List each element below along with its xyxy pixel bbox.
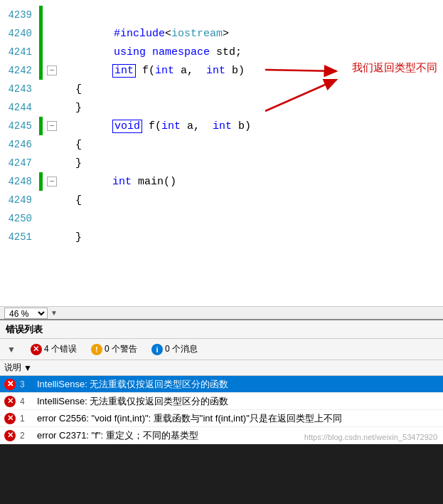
column-sort-icon: ▼ [23, 363, 32, 373]
green-bar [39, 172, 43, 191]
error-list-section: 错误列表 ▼ ✕ 4 个错误 ! 0 个警告 i 0 个消息 说明 ▼ ✕ 3 [0, 319, 443, 444]
table-row: 4248 − int main() [0, 172, 443, 191]
green-bar [39, 61, 43, 80]
keyword-int: int [112, 176, 132, 188]
message-count-label: 0 个消息 [165, 343, 198, 355]
line-number: 4251 [0, 231, 39, 243]
line-number: 4250 [0, 213, 39, 224]
error-list-title: 错误列表 [6, 323, 43, 336]
filter-button[interactable]: ▼ [4, 343, 21, 356]
column-desc-label: 说明 [4, 362, 21, 374]
code-content: { [47, 139, 82, 151]
table-row: 4246 { [0, 135, 443, 154]
table-row: 4242 − int f(int a, int b) [0, 61, 443, 80]
line-number: 4246 [0, 139, 39, 150]
list-item[interactable]: ✕ 3 IntelliSense: 无法重载仅按返回类型区分的函数 [0, 376, 443, 393]
green-bar [39, 6, 43, 24]
collapse-icon[interactable]: − [47, 121, 57, 131]
error-count-label: 4 个错误 [44, 343, 77, 355]
error-row-icon: ✕ [4, 430, 16, 441]
row-number: 4 [20, 397, 34, 406]
kw-int: int [213, 120, 232, 132]
line-number: 4244 [0, 102, 39, 113]
error-row-icon: ✕ [4, 379, 16, 390]
error-row-icon: ✕ [4, 396, 16, 407]
column-header: 说明 ▼ [0, 360, 443, 376]
keyword-int-boxed: int [112, 64, 136, 78]
line-number: 4245 [0, 120, 39, 132]
line-number: 4242 [0, 65, 39, 76]
error-icon: ✕ [31, 344, 42, 355]
zoom-select[interactable]: 46 % 50 % 75 % 100 % [4, 308, 48, 319]
collapse-icon[interactable]: − [47, 177, 57, 187]
table-row: 4250 [0, 209, 443, 228]
code-lines: 4239 4240 #include<iostream> 4241 using … [0, 0, 443, 246]
line-number: 4249 [0, 194, 39, 206]
row-message: IntelliSense: 无法重载仅按返回类型区分的函数 [37, 395, 228, 408]
kw-int: int [161, 120, 181, 132]
green-bar-empty [39, 135, 43, 154]
row-message: error C2556: "void f(int,int)": 重载函数与"in… [37, 412, 342, 425]
dropdown-arrow-icon: ▼ [50, 309, 58, 317]
line-number: 4239 [0, 9, 39, 21]
kw-int: int [155, 65, 174, 77]
table-row: 4249 { [0, 191, 443, 209]
list-item[interactable]: ✕ 1 error C2556: "void f(int,int)": 重载函数… [0, 410, 443, 427]
code-content: { [47, 194, 82, 206]
filter-icon: ▼ [7, 345, 16, 355]
line-number: 4243 [0, 83, 39, 95]
code-editor: 4239 4240 #include<iostream> 4241 using … [0, 0, 443, 306]
list-item[interactable]: ✕ 4 IntelliSense: 无法重载仅按返回类型区分的函数 [0, 393, 443, 410]
error-list-header: 错误列表 [0, 319, 443, 339]
green-bar-empty [39, 209, 43, 228]
keyword-void-boxed: void [112, 120, 142, 133]
line-number: 4248 [0, 176, 39, 187]
green-bar [39, 43, 43, 61]
watermark: https://blog.csdn.net/weixin_53472920 [304, 433, 437, 441]
table-row: 4243 { [0, 80, 443, 98]
code-content: } [47, 231, 82, 243]
line-number: 4241 [0, 46, 39, 58]
code-content: { [47, 83, 82, 95]
column-description[interactable]: 说明 ▼ [4, 362, 32, 374]
green-bar [39, 117, 43, 135]
green-bar-empty [39, 191, 43, 209]
warning-count-label: 0 个警告 [105, 343, 137, 355]
table-row: 4245 − void f(int a, int b) [0, 117, 443, 135]
green-bar-empty [39, 154, 43, 172]
message-count-badge[interactable]: i 0 个消息 [147, 341, 202, 357]
collapse-icon[interactable]: − [47, 65, 57, 75]
green-bar-empty [39, 228, 43, 246]
line-number: 4240 [0, 28, 39, 39]
row-message: error C2371: "f": 重定义；不同的基类型 [37, 429, 198, 442]
green-bar [39, 24, 43, 43]
scrollbar-area: 46 % 50 % 75 % 100 % ▼ [0, 306, 443, 319]
row-message: IntelliSense: 无法重载仅按返回类型区分的函数 [37, 378, 228, 391]
kw-int: int [206, 65, 225, 77]
zoom-control[interactable]: 46 % 50 % 75 % 100 % ▼ [0, 308, 62, 319]
green-bar-empty [39, 80, 43, 98]
line-number: 4247 [0, 157, 39, 169]
message-icon: i [151, 344, 163, 355]
error-count-badge[interactable]: ✕ 4 个错误 [26, 341, 81, 357]
error-toolbar: ▼ ✕ 4 个错误 ! 0 个警告 i 0 个消息 [0, 339, 443, 360]
row-number: 2 [20, 431, 34, 441]
row-number: 3 [20, 379, 34, 389]
green-bar-empty [39, 98, 43, 117]
table-row: 4251 } [0, 228, 443, 246]
code-content [47, 213, 56, 225]
warning-count-badge[interactable]: ! 0 个警告 [87, 341, 142, 357]
warning-icon: ! [91, 344, 102, 355]
row-number: 1 [20, 414, 34, 424]
error-row-icon: ✕ [4, 413, 16, 424]
